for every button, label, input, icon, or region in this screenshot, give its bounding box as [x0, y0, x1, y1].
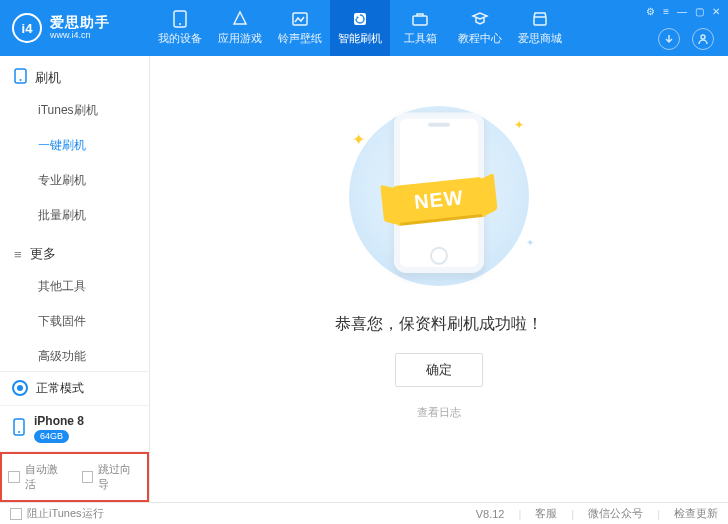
minimize-button[interactable]: —	[677, 6, 687, 17]
nav-label: 智能刷机	[338, 31, 382, 46]
nav-ringtones[interactable]: 铃声壁纸	[270, 0, 330, 56]
download-button[interactable]	[658, 28, 680, 50]
device-name: iPhone 8	[34, 414, 84, 428]
success-message: 恭喜您，保资料刷机成功啦！	[335, 314, 543, 335]
sidebar-item-oneclick-flash[interactable]: 一键刷机	[0, 128, 149, 163]
nav-label: 教程中心	[458, 31, 502, 46]
device-mode[interactable]: 正常模式	[0, 372, 149, 406]
mode-icon	[12, 380, 28, 396]
logo-icon: i4	[12, 13, 42, 43]
skip-wizard-checkbox[interactable]: 跳过向导	[82, 462, 142, 492]
brand-name: 爱思助手	[50, 15, 110, 30]
sidebar: 刷机 iTunes刷机 一键刷机 专业刷机 批量刷机 ≡ 更多 其他工具 下载固…	[0, 56, 150, 502]
store-icon	[530, 10, 550, 28]
checkbox-label: 跳过向导	[98, 462, 141, 492]
nav-label: 应用游戏	[218, 31, 262, 46]
svg-point-10	[18, 431, 20, 433]
checkbox-icon	[8, 471, 20, 483]
status-bar: 阻止iTunes运行 V8.12 | 客服 | 微信公众号 | 检查更新	[0, 502, 728, 524]
flash-options: 自动激活 跳过向导	[0, 452, 149, 502]
nav-toolbox[interactable]: 工具箱	[390, 0, 450, 56]
checkbox-label: 自动激活	[25, 462, 68, 492]
flash-icon	[350, 10, 370, 28]
wechat-link[interactable]: 微信公众号	[588, 506, 643, 521]
top-nav: 我的设备 应用游戏 铃声壁纸 智能刷机 工具箱 教程中心 爱思商城	[150, 0, 728, 56]
device-icon	[170, 10, 190, 28]
phone-icon	[14, 68, 27, 87]
sidebar-item-download-firmware[interactable]: 下载固件	[0, 304, 149, 339]
sidebar-group-title: 更多	[30, 245, 56, 263]
sidebar-group-flash[interactable]: 刷机	[0, 56, 149, 93]
window-controls: ⚙ ≡ — ▢ ✕	[646, 6, 720, 17]
view-log-link[interactable]: 查看日志	[417, 405, 461, 420]
checkbox-icon	[82, 471, 94, 483]
sidebar-item-batch-flash[interactable]: 批量刷机	[0, 198, 149, 233]
nav-my-device[interactable]: 我的设备	[150, 0, 210, 56]
checkbox-icon	[10, 508, 22, 520]
svg-point-6	[701, 35, 705, 39]
success-illustration: ✦ ✦ ✦ NEW	[334, 96, 544, 296]
sidebar-item-pro-flash[interactable]: 专业刷机	[0, 163, 149, 198]
svg-point-1	[179, 23, 181, 25]
ok-button[interactable]: 确定	[395, 353, 483, 387]
nav-label: 铃声壁纸	[278, 31, 322, 46]
nav-tutorials[interactable]: 教程中心	[450, 0, 510, 56]
toolbox-icon	[410, 10, 430, 28]
checkbox-label: 阻止iTunes运行	[27, 506, 104, 521]
more-icon: ≡	[14, 247, 22, 262]
menu-icon[interactable]: ≡	[663, 6, 669, 17]
main-pane: ✦ ✦ ✦ NEW 恭喜您，保资料刷机成功啦！ 确定 查看日志	[150, 56, 728, 502]
support-link[interactable]: 客服	[535, 506, 557, 521]
device-storage-badge: 64GB	[34, 430, 69, 443]
close-button[interactable]: ✕	[712, 6, 720, 17]
title-bar: i4 爱思助手 www.i4.cn 我的设备 应用游戏 铃声壁纸 智能刷机 工具…	[0, 0, 728, 56]
check-update-link[interactable]: 检查更新	[674, 506, 718, 521]
wallpaper-icon	[290, 10, 310, 28]
sidebar-item-itunes-flash[interactable]: iTunes刷机	[0, 93, 149, 128]
nav-apps[interactable]: 应用游戏	[210, 0, 270, 56]
sidebar-group-more[interactable]: ≡ 更多	[0, 233, 149, 269]
mode-label: 正常模式	[36, 380, 84, 397]
auto-activate-checkbox[interactable]: 自动激活	[8, 462, 68, 492]
settings-icon[interactable]: ⚙	[646, 6, 655, 17]
tutorial-icon	[470, 10, 490, 28]
nav-store[interactable]: 爱思商城	[510, 0, 570, 56]
nav-label: 工具箱	[404, 31, 437, 46]
nav-flash[interactable]: 智能刷机	[330, 0, 390, 56]
svg-point-8	[20, 79, 22, 81]
brand-url: www.i4.cn	[50, 31, 110, 41]
phone-icon	[12, 418, 26, 439]
user-button[interactable]	[692, 28, 714, 50]
version-label: V8.12	[476, 508, 505, 520]
device-info[interactable]: iPhone 8 64GB	[0, 406, 149, 452]
sidebar-item-advanced[interactable]: 高级功能	[0, 339, 149, 371]
logo: i4 爱思助手 www.i4.cn	[0, 13, 150, 43]
block-itunes-checkbox[interactable]: 阻止iTunes运行	[10, 506, 104, 521]
svg-rect-5	[534, 17, 546, 25]
nav-label: 爱思商城	[518, 31, 562, 46]
apps-icon	[230, 10, 250, 28]
svg-rect-4	[413, 16, 427, 25]
nav-label: 我的设备	[158, 31, 202, 46]
sidebar-group-title: 刷机	[35, 69, 61, 87]
sidebar-item-other-tools[interactable]: 其他工具	[0, 269, 149, 304]
maximize-button[interactable]: ▢	[695, 6, 704, 17]
